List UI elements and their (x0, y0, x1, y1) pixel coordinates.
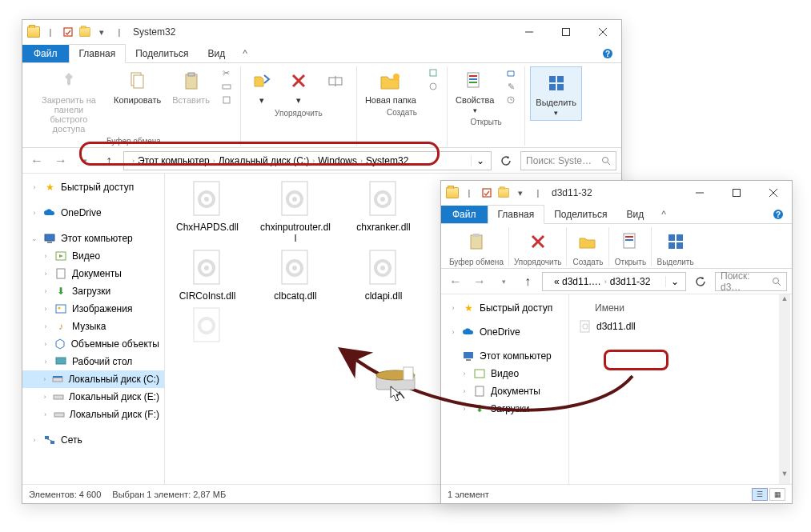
nav-item-this-pc[interactable]: ⌄Этот компьютер (22, 230, 164, 247)
nav-item-desktop[interactable]: ›Рабочий стол (22, 353, 164, 370)
tab-share[interactable]: Поделиться (126, 45, 198, 62)
rename-button[interactable] (319, 66, 351, 95)
qat-newfolder-icon[interactable] (79, 27, 90, 37)
nav-item-videos[interactable]: ›Видео (441, 365, 568, 382)
nav-item-downloads[interactable]: ›⬇Загрузки (22, 282, 164, 300)
new-folder-button[interactable]: Новая папка (362, 66, 420, 106)
nav-back-button[interactable]: ← (27, 151, 46, 170)
minimize-button[interactable] (681, 181, 718, 205)
tab-view[interactable]: Вид (616, 206, 653, 223)
paste-shortcut-mini-button[interactable] (218, 94, 235, 106)
nav-item-documents[interactable]: ›Документы (441, 382, 568, 400)
breadcrumb-segment[interactable]: Этот компьютер (134, 155, 213, 166)
nav-item-onedrive[interactable]: ›OneDrive (441, 323, 568, 341)
qat-dropdown-icon[interactable]: ▾ (94, 25, 109, 39)
breadcrumb-dropdown-icon[interactable]: ⌄ (471, 155, 489, 166)
help-icon[interactable]: ? (765, 206, 792, 223)
nav-item-drive-e[interactable]: ›Локальный диск (E:) (22, 388, 164, 406)
paste-button[interactable] (460, 227, 492, 256)
properties-button[interactable] (614, 227, 646, 256)
new-item-mini-button[interactable] (424, 66, 442, 79)
paste-button[interactable]: Вставить (169, 66, 213, 106)
titlebar[interactable]: | ▾ | System32 (22, 20, 621, 44)
close-button[interactable] (755, 181, 792, 205)
nav-item-network[interactable]: ›Сеть (22, 431, 164, 449)
file-item[interactable] (171, 306, 243, 345)
nav-item-videos[interactable]: ›Видео (22, 247, 164, 265)
breadcrumb-segment[interactable]: System32 (363, 155, 412, 166)
ribbon-collapse-icon[interactable]: ^ (653, 206, 674, 223)
ribbon-collapse-icon[interactable]: ^ (235, 45, 255, 62)
file-item[interactable]: chxinputrouter.dll (259, 180, 331, 244)
nav-item-3d-objects[interactable]: ›Объемные объекты (22, 335, 164, 353)
nav-item-onedrive[interactable]: ›OneDrive (22, 204, 164, 222)
nav-item-this-pc[interactable]: Этот компьютер (441, 347, 568, 365)
tab-view[interactable]: Вид (198, 45, 235, 62)
tab-home[interactable]: Главная (69, 44, 126, 63)
minimize-button[interactable] (511, 20, 548, 44)
maximize-button[interactable] (548, 20, 584, 44)
breadcrumb[interactable]: « d3d11.…› d3d11-32 ⌄ (542, 272, 686, 291)
search-input[interactable]: Поиск: Syste… (520, 151, 616, 170)
copy-path-mini-button[interactable] (218, 80, 235, 93)
titlebar[interactable]: | ▾ | d3d11-32 (441, 181, 792, 205)
open-mini-button[interactable] (502, 66, 520, 79)
nav-item-drive-c[interactable]: ›Локальный диск (C:) (22, 370, 164, 388)
tab-file[interactable]: Файл (22, 45, 69, 62)
search-input[interactable]: Поиск: d3… (715, 272, 787, 291)
navigation-pane[interactable]: ›★Быстрый доступ ›OneDrive ⌄Этот компьют… (22, 174, 165, 484)
edit-mini-button[interactable]: ✎ (502, 80, 520, 93)
breadcrumb-dropdown-icon[interactable]: ⌄ (665, 276, 684, 287)
new-folder-button[interactable] (572, 227, 604, 256)
close-button[interactable] (584, 20, 621, 44)
nav-item-pictures[interactable]: ›Изображения (22, 300, 164, 318)
refresh-button[interactable] (691, 272, 710, 291)
help-icon[interactable]: ? (594, 45, 621, 62)
nav-forward-button[interactable]: → (51, 151, 70, 170)
breadcrumb-prefix[interactable]: « d3d11.… (551, 276, 604, 287)
scrollbar[interactable]: ▲ ▼ (779, 294, 790, 484)
nav-recent-button[interactable]: ▾ (75, 151, 94, 170)
file-item[interactable]: CIRCoInst.dll (171, 249, 243, 302)
tab-home[interactable]: Главная (488, 205, 545, 224)
file-list[interactable]: ▲ ▼ Имени d3d11.dll (569, 294, 792, 484)
tab-file[interactable]: Файл (441, 206, 488, 223)
navigation-pane[interactable]: ›★Быстрый доступ ›OneDrive Этот компьюте… (441, 294, 569, 484)
file-item[interactable]: cldapi.dll (347, 249, 420, 302)
nav-up-button[interactable]: ↑ (518, 272, 537, 291)
qat-properties-icon[interactable] (480, 186, 494, 200)
breadcrumb-segment[interactable]: Локальный диск (C:) (215, 155, 313, 166)
file-item[interactable]: clbcatq.dll (259, 249, 331, 302)
qat-dropdown-icon[interactable]: ▾ (513, 186, 528, 200)
cut-mini-button[interactable]: ✂ (218, 66, 235, 79)
nav-item-quick-access[interactable]: ›★Быстрый доступ (22, 178, 164, 196)
qat-newfolder-icon[interactable] (498, 188, 509, 198)
view-icons-button[interactable]: ▦ (769, 488, 785, 501)
nav-forward-button[interactable]: → (470, 272, 489, 291)
view-details-button[interactable]: ☰ (752, 488, 768, 501)
file-item[interactable]: ChxHAPDS.dll (171, 180, 243, 244)
refresh-button[interactable] (496, 151, 516, 170)
file-item[interactable]: d3d11.dll (576, 318, 785, 334)
breadcrumb-segment[interactable]: d3d11-32 (607, 276, 654, 287)
nav-back-button[interactable]: ← (446, 272, 465, 291)
maximize-button[interactable] (718, 181, 755, 205)
select-all-button[interactable] (660, 227, 692, 256)
nav-recent-button[interactable]: ▾ (494, 272, 513, 291)
properties-button[interactable]: Свойства▾ (452, 66, 497, 116)
nav-item-downloads[interactable]: ›⬇Загрузки (441, 400, 568, 418)
copy-button[interactable]: Копировать (110, 66, 164, 106)
nav-item-documents[interactable]: ›Документы (22, 265, 164, 282)
easy-access-mini-button[interactable] (424, 80, 442, 93)
column-header-name[interactable]: Имени (576, 301, 785, 318)
delete-button[interactable] (522, 227, 554, 256)
breadcrumb-segment[interactable]: Windows (315, 155, 360, 166)
move-to-button[interactable]: ▾ (246, 66, 278, 107)
nav-item-quick-access[interactable]: ›★Быстрый доступ (441, 299, 568, 317)
pin-button[interactable]: Закрепить на панели быстрого доступа (32, 66, 106, 135)
tab-share[interactable]: Поделиться (544, 206, 616, 223)
select-all-button[interactable]: Выделить▾ (530, 66, 582, 121)
nav-item-drive-f[interactable]: ›Локальный диск (F:) (22, 406, 164, 423)
qat-properties-icon[interactable] (61, 25, 75, 39)
delete-button[interactable]: ▾ (283, 66, 315, 107)
